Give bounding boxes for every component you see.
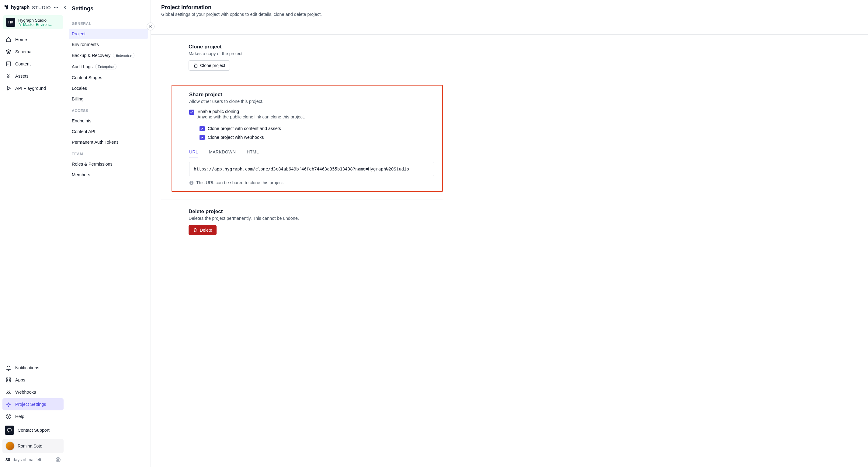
- nav-label: Webhooks: [15, 390, 36, 395]
- enterprise-badge: Enterprise: [95, 64, 117, 69]
- settings-item-project[interactable]: Project: [69, 29, 148, 39]
- project-badge[interactable]: Hy Hygraph Studio Master Environ…: [3, 15, 63, 29]
- tab-url[interactable]: URL: [189, 147, 198, 157]
- settings-item-label: Content API: [72, 129, 95, 134]
- hygraph-logo-icon: [4, 4, 9, 10]
- delete-subtitle: Deletes the project permanently. This ca…: [189, 216, 443, 221]
- page-title: Project Information: [161, 4, 443, 11]
- svg-rect-5: [6, 378, 8, 379]
- nav-label: Schema: [15, 49, 31, 54]
- user-name: Romina Soto: [18, 443, 42, 448]
- svg-rect-6: [9, 378, 11, 379]
- share-info-row: This URL can be shared to clone this pro…: [189, 180, 434, 185]
- contact-support-label: Contact Support: [18, 428, 50, 433]
- clone-title: Clone project: [189, 44, 443, 50]
- sidebar-item-content[interactable]: Content: [2, 58, 64, 70]
- help-icon: [5, 413, 11, 419]
- svg-point-9: [7, 393, 8, 394]
- clone-project-section: Clone project Makes a copy of the projec…: [161, 35, 443, 80]
- nav-label: Help: [15, 414, 24, 419]
- sidebar-item-schema[interactable]: Schema: [2, 46, 64, 58]
- settings-item-backup-recovery[interactable]: Backup & RecoveryEnterprise: [69, 50, 148, 61]
- settings-item-locales[interactable]: Locales: [69, 83, 148, 93]
- avatar: [5, 441, 14, 450]
- tab-html[interactable]: HTML: [247, 147, 259, 157]
- svg-point-14: [8, 418, 9, 418]
- share-info-text: This URL can be shared to clone this pro…: [196, 180, 284, 185]
- logo-suffix: STUDIO: [32, 5, 51, 10]
- settings-item-content-api[interactable]: Content API: [69, 126, 148, 137]
- tab-markdown[interactable]: MARKDOWN: [209, 147, 236, 157]
- svg-point-1: [55, 7, 56, 8]
- sidebar-item-api-playground[interactable]: API Playground: [2, 82, 64, 94]
- trial-indicator-icon: [56, 457, 61, 462]
- clone-content-checkbox[interactable]: [199, 126, 205, 131]
- more-icon[interactable]: [53, 4, 59, 10]
- nav-label: Content: [15, 61, 31, 66]
- clone-webhooks-checkbox[interactable]: [199, 135, 205, 140]
- svg-rect-17: [195, 64, 197, 67]
- clone-project-button[interactable]: Clone project: [189, 60, 230, 70]
- settings-item-label: Members: [72, 172, 90, 177]
- settings-section-general: GENERAL: [69, 17, 148, 28]
- settings-item-audit-logs[interactable]: Audit LogsEnterprise: [69, 61, 148, 72]
- clone-subtitle: Makes a copy of the project.: [189, 51, 443, 56]
- enable-public-cloning-checkbox[interactable]: [189, 110, 194, 115]
- settings-section-team: TEAM: [69, 148, 148, 158]
- sidebar-item-webhooks[interactable]: Webhooks: [2, 386, 64, 398]
- notifications-icon: [5, 365, 11, 371]
- enterprise-badge: Enterprise: [113, 53, 134, 58]
- nav-label: Apps: [15, 378, 25, 382]
- settings-item-content-stages[interactable]: Content Stages: [69, 72, 148, 83]
- sidebar-item-contact-support[interactable]: Contact Support: [2, 422, 64, 438]
- settings-item-permanent-auth-tokens[interactable]: Permanent Auth Tokens: [69, 137, 148, 147]
- sidebar-item-apps[interactable]: Apps: [2, 374, 64, 386]
- logo-row: hygraph STUDIO: [0, 0, 66, 13]
- settings-section-access: ACCESS: [69, 105, 148, 115]
- settings-item-label: Permanent Auth Tokens: [72, 140, 119, 145]
- settings-item-billing[interactable]: Billing: [69, 94, 148, 104]
- sidebar-item-home[interactable]: Home: [2, 33, 64, 46]
- svg-rect-19: [191, 182, 192, 184]
- svg-rect-8: [9, 381, 11, 382]
- enable-public-cloning-label: Enable public cloning: [197, 109, 305, 114]
- svg-point-11: [8, 390, 9, 391]
- share-url-output[interactable]: https://app.hygraph.com/clone/d3c84ab649…: [189, 162, 434, 176]
- sidebar-item-help[interactable]: Help: [2, 410, 64, 422]
- settings-item-label: Content Stages: [72, 75, 102, 80]
- share-project-section: Share project Allow other users to clone…: [172, 85, 443, 192]
- trash-icon: [193, 228, 197, 232]
- settings-item-endpoints[interactable]: Endpoints: [69, 116, 148, 126]
- settings-item-environments[interactable]: Environments: [69, 39, 148, 50]
- share-tabs: URL MARKDOWN HTML: [189, 147, 434, 158]
- collapse-settings-icon[interactable]: [147, 23, 155, 30]
- copy-icon: [193, 63, 198, 68]
- settings-item-label: Locales: [72, 86, 87, 91]
- settings-item-roles-permissions[interactable]: Roles & Permissions: [69, 159, 148, 169]
- sidebar-item-assets[interactable]: Assets: [2, 70, 64, 82]
- project-avatar: Hy: [6, 18, 15, 27]
- delete-button[interactable]: Delete: [189, 225, 217, 235]
- svg-point-0: [54, 7, 55, 8]
- clone-webhooks-row: Clone project with webhooks: [199, 133, 434, 142]
- webhooks-icon: [5, 389, 11, 395]
- content-icon: [5, 61, 11, 67]
- trial-status: 30 days of trial left: [2, 454, 64, 465]
- user-menu[interactable]: Romina Soto: [2, 439, 64, 453]
- settings-item-label: Endpoints: [72, 118, 92, 123]
- settings-item-label: Environments: [72, 42, 99, 47]
- svg-point-20: [191, 181, 192, 182]
- clone-content-row: Clone project with content and assets: [199, 124, 434, 133]
- sidebar-item-notifications[interactable]: Notifications: [2, 362, 64, 374]
- clone-content-label: Clone project with content and assets: [208, 126, 281, 131]
- home-icon: [5, 36, 11, 42]
- sidebar-item-project-settings[interactable]: Project Settings: [2, 398, 64, 410]
- delete-project-section: Delete project Deletes the project perma…: [161, 199, 443, 244]
- settings-item-members[interactable]: Members: [69, 170, 148, 180]
- nav-label: Project Settings: [15, 402, 46, 407]
- api-playground-icon: [5, 85, 11, 91]
- svg-point-10: [9, 393, 10, 394]
- schema-icon: [5, 49, 11, 55]
- clone-webhooks-label: Clone project with webhooks: [208, 135, 264, 140]
- settings-item-label: Billing: [72, 96, 84, 101]
